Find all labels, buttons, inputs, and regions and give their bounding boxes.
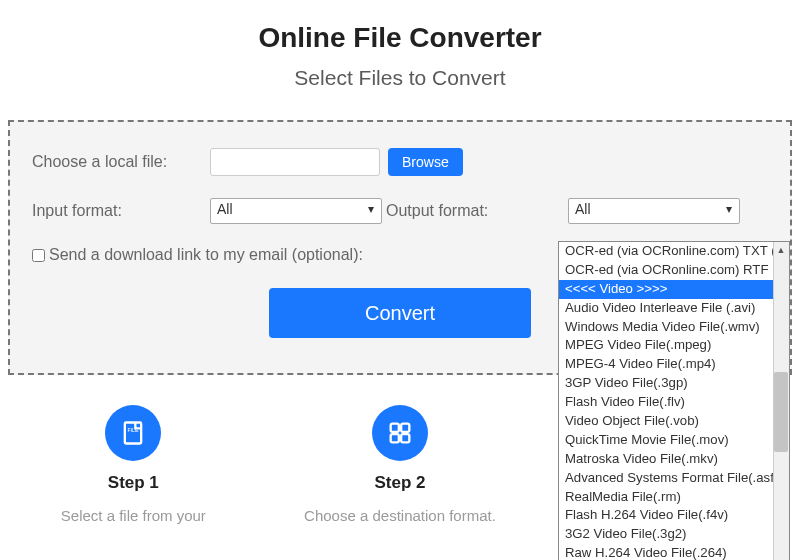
dropdown-option[interactable]: Video Object File(.vob) (559, 412, 773, 431)
file-row: Choose a local file: Browse (32, 148, 768, 176)
dropdown-option[interactable]: QuickTime Movie File(.mov) (559, 431, 773, 450)
dropdown-option[interactable]: RealMedia File(.rm) (559, 488, 773, 507)
dropdown-option[interactable]: Flash H.264 Video File(.f4v) (559, 506, 773, 525)
step-1-desc: Select a file from your (3, 507, 263, 524)
dropdown-option[interactable]: Flash Video File(.flv) (559, 393, 773, 412)
email-checkbox-label: Send a download link to my email (option… (49, 246, 363, 264)
step-2-title: Step 2 (270, 473, 530, 493)
convert-button[interactable]: Convert (269, 288, 531, 338)
input-format-select[interactable]: All (210, 198, 382, 224)
output-format-select[interactable]: All (568, 198, 740, 224)
svg-rect-3 (401, 424, 409, 432)
dropdown-option[interactable]: Audio Video Interleave File (.avi) (559, 299, 773, 318)
input-format-label: Input format: (32, 202, 210, 220)
grid-icon (372, 405, 428, 461)
step-2-desc: Choose a destination format. (270, 507, 530, 524)
step-1: FILE Step 1 Select a file from your (3, 405, 263, 524)
dropdown-option[interactable]: OCR-ed (via OCRonline.com) TXT (.txt) (559, 242, 773, 261)
dropdown-option[interactable]: Matroska Video File(.mkv) (559, 450, 773, 469)
dropdown-option[interactable]: Raw H.264 Video File(.264) (559, 544, 773, 560)
browse-button[interactable]: Browse (388, 148, 463, 176)
dropdown-option[interactable]: Windows Media Video File(.wmv) (559, 318, 773, 337)
dropdown-option[interactable]: OCR-ed (via OCRonline.com) RTF (.rtf) (559, 261, 773, 280)
dropdown-option[interactable]: Advanced Systems Format File(.asf) (559, 469, 773, 488)
dropdown-option[interactable]: MPEG-4 Video File(.mp4) (559, 355, 773, 374)
dropdown-scrollbar[interactable]: ▲ ▼ (773, 242, 789, 560)
svg-rect-4 (391, 434, 399, 442)
email-checkbox[interactable] (32, 249, 45, 262)
output-format-dropdown[interactable]: OCR-ed (via OCRonline.com) TXT (.txt)OCR… (558, 241, 790, 560)
page-title: Online File Converter (0, 22, 800, 54)
svg-rect-0 (125, 423, 141, 444)
scroll-up-icon[interactable]: ▲ (773, 242, 789, 258)
dropdown-option[interactable]: 3GP Video File(.3gp) (559, 374, 773, 393)
page-subtitle: Select Files to Convert (0, 66, 800, 90)
dropdown-option[interactable]: 3G2 Video File(.3g2) (559, 525, 773, 544)
dropdown-scroll-thumb[interactable] (774, 372, 788, 452)
output-format-label: Output format: (386, 202, 568, 220)
dropdown-option[interactable]: <<<< Video >>>> (559, 280, 773, 299)
dropdown-option[interactable]: MPEG Video File(.mpeg) (559, 336, 773, 355)
svg-rect-5 (401, 434, 409, 442)
svg-rect-2 (391, 424, 399, 432)
step-2: Step 2 Choose a destination format. (270, 405, 530, 524)
format-row: Input format: All Output format: All (32, 198, 768, 224)
choose-file-label: Choose a local file: (32, 153, 210, 171)
file-icon: FILE (105, 405, 161, 461)
svg-text:FILE: FILE (128, 427, 140, 433)
file-path-input[interactable] (210, 148, 380, 176)
step-1-title: Step 1 (3, 473, 263, 493)
